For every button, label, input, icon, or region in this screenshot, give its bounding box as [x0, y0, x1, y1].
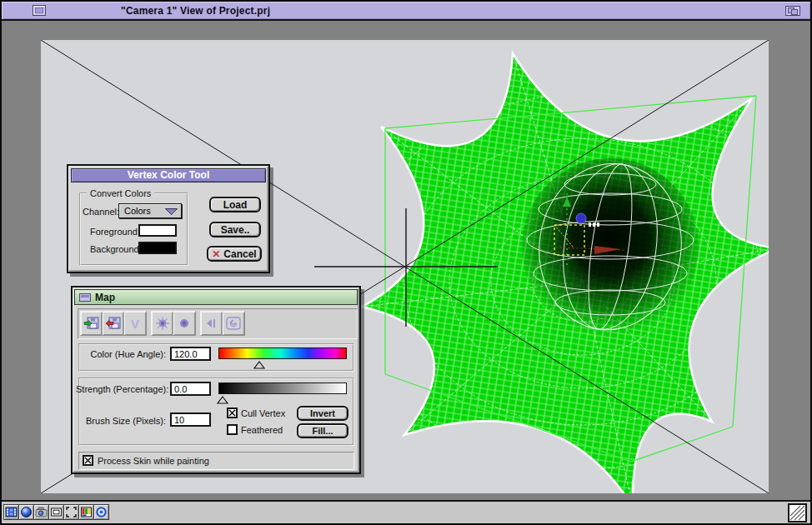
chevron-down-icon — [165, 208, 178, 215]
close-box-icon — [35, 8, 43, 13]
resize-grip-icon — [789, 505, 805, 521]
map-panel-title: Map — [95, 292, 115, 303]
checkmark-x-icon — [84, 457, 95, 468]
channel-dropdown[interactable]: Colors — [118, 203, 182, 218]
hue-slider[interactable] — [218, 348, 347, 359]
invert-button[interactable]: Invert — [297, 406, 348, 421]
hue-angle-input[interactable] — [170, 347, 211, 361]
window-title: "Camera 1" View of Project.prj — [121, 5, 270, 17]
background-label: Background: — [90, 244, 137, 254]
application-window: "Camera 1" View of Project.prj Vertex Co… — [0, 0, 812, 525]
zoom-box-button[interactable] — [785, 6, 800, 16]
sphere-icon — [20, 506, 33, 518]
map-panel-titlebar[interactable]: Map — [74, 289, 358, 305]
toolbar-group-misc — [200, 311, 245, 336]
load-button[interactable]: Load — [209, 197, 261, 212]
mirror-button[interactable] — [201, 312, 223, 335]
cull-vertex-label: Cull Vertex — [241, 408, 285, 418]
frame-icon — [50, 506, 63, 518]
save-disk-icon — [105, 316, 122, 331]
status-bar — [2, 500, 810, 523]
feathered-label: Feathered — [241, 425, 283, 435]
hue-gradient-bar[interactable] — [218, 348, 347, 359]
checkmark-x-icon — [228, 409, 239, 420]
spiral-icon — [226, 316, 241, 331]
vertex-dialog-titlebar[interactable]: Vertex Color Tool — [71, 168, 266, 182]
vertex-dialog-title: Vertex Color Tool — [72, 169, 265, 182]
smear-button[interactable] — [223, 312, 244, 335]
brush-size-input[interactable] — [170, 412, 211, 427]
channel-value: Colors — [124, 206, 151, 216]
dot-icon — [177, 316, 192, 331]
load-disk-icon — [83, 316, 100, 331]
center-sphere — [522, 158, 699, 335]
brush-size-label: Brush Size (Pixels): — [76, 416, 166, 426]
camera-icon — [35, 506, 48, 518]
hard-brush-button[interactable] — [173, 312, 195, 335]
letter-v-icon: V — [131, 317, 139, 331]
feathered-checkbox[interactable] — [227, 424, 238, 435]
save-button[interactable]: Save.. — [209, 222, 261, 238]
window-titlebar[interactable]: "Camera 1" View of Project.prj — [2, 2, 810, 21]
selection-brackets-button[interactable] — [63, 504, 79, 520]
convert-colors-label: Convert Colors — [87, 188, 154, 198]
filmstrip-icon — [5, 506, 18, 518]
strength-marker[interactable] — [217, 392, 228, 408]
strength-label: Strength (Percentage): — [76, 384, 166, 394]
vertex-v-button[interactable]: V — [124, 312, 146, 335]
channel-label: Channel: — [83, 207, 119, 217]
render-sphere-button[interactable] — [18, 504, 34, 520]
resize-grip[interactable] — [788, 503, 807, 522]
map-toolbar: V — [78, 308, 358, 339]
mirror-icon — [204, 317, 219, 330]
colorbars-button[interactable] — [78, 504, 94, 520]
cancel-x-icon: ✕ — [212, 248, 220, 260]
strength-slider[interactable] — [218, 382, 347, 394]
hue-marker[interactable] — [253, 358, 265, 372]
cull-vertex-checkbox[interactable] — [227, 408, 238, 418]
vertex-color-tool-dialog: Vertex Color Tool Convert Colors Channel… — [67, 164, 270, 273]
fill-button[interactable]: Fill... — [297, 423, 348, 438]
frame-button[interactable] — [48, 504, 64, 520]
process-skin-panel: Process Skin while painting — [78, 452, 354, 470]
cancel-label: Cancel — [223, 248, 256, 260]
color-hue-label: Color (Hue Angle): — [76, 349, 166, 359]
save-disk-button[interactable] — [103, 312, 124, 335]
toolbar-group-brush — [151, 311, 196, 336]
soft-brush-button[interactable] — [152, 312, 173, 335]
process-skin-checkbox[interactable] — [83, 455, 93, 466]
zoom-box-icon — [791, 9, 798, 15]
map-panel: Map — [71, 286, 361, 474]
status-bar-tools — [3, 504, 108, 520]
strength-input[interactable] — [170, 382, 211, 396]
load-disk-button[interactable] — [81, 312, 103, 335]
foreground-swatch[interactable] — [138, 224, 177, 237]
toolbar-group-file: V — [80, 311, 147, 336]
window-icon[interactable] — [79, 293, 91, 302]
ring-icon — [95, 506, 108, 518]
close-box-button[interactable] — [33, 5, 46, 16]
background-swatch[interactable] — [138, 242, 177, 254]
foreground-label: Foreground: — [90, 227, 137, 237]
cancel-button[interactable]: ✕ Cancel — [207, 246, 262, 262]
process-skin-label: Process Skin while painting — [98, 456, 209, 466]
colorbars-icon — [80, 506, 93, 518]
starburst-icon — [155, 316, 170, 331]
filmstrip-button[interactable] — [3, 504, 19, 520]
strength-gradient-bar[interactable] — [218, 382, 347, 394]
brackets-icon — [65, 506, 78, 518]
camera-button[interactable] — [33, 504, 49, 520]
trackball-button[interactable] — [93, 504, 109, 520]
